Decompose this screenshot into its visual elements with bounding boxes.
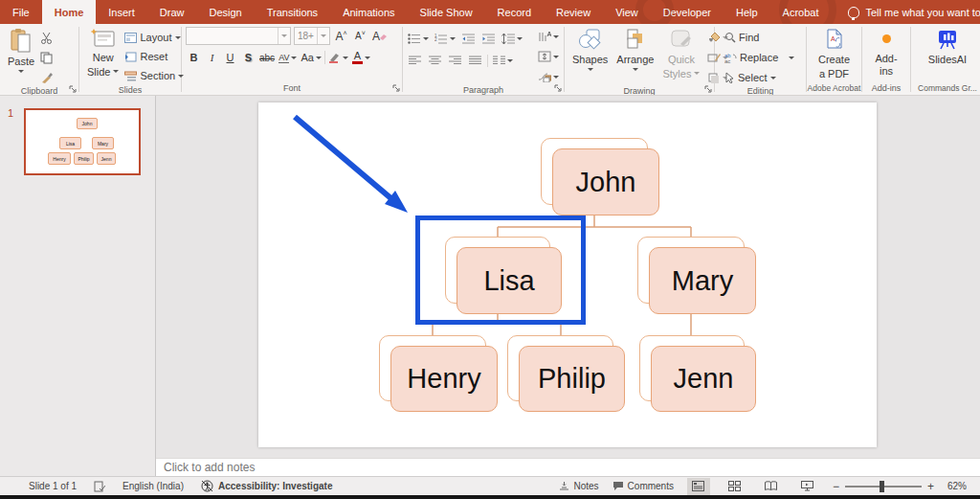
justify-button[interactable] (467, 53, 483, 70)
strikethrough-button[interactable]: abc (258, 49, 276, 66)
layout-button[interactable]: Layout (122, 29, 186, 46)
line-spacing-button[interactable] (501, 30, 523, 47)
new-slide-chevron (113, 70, 119, 73)
text-shadow-button[interactable]: S (240, 49, 256, 66)
text-direction-button[interactable] (537, 28, 560, 45)
select-button[interactable]: Select (723, 69, 778, 86)
status-bar: Slide 1 of 1 English (India) Accessibili… (0, 476, 980, 495)
spell-check-icon[interactable] (94, 481, 105, 492)
bullets-button[interactable] (407, 30, 430, 47)
reset-button[interactable]: Reset (122, 48, 186, 65)
slide-number: 1 (8, 107, 13, 119)
new-slide-button[interactable]: New Slide (83, 27, 122, 79)
tab-help[interactable]: Help (724, 0, 770, 24)
zoom-slider[interactable]: − + (833, 480, 934, 493)
character-spacing-button[interactable]: AV (278, 49, 298, 66)
clipboard-group-label: Clipboard (21, 86, 58, 96)
bold-button[interactable]: B (186, 49, 202, 66)
replace-button[interactable]: abac Replace (723, 49, 796, 66)
format-painter-button[interactable] (38, 69, 55, 86)
tab-transitions[interactable]: Transitions (255, 0, 330, 24)
slide-show-button[interactable] (796, 478, 819, 495)
font-dialog-launcher[interactable] (392, 84, 400, 92)
select-label: Select (738, 72, 768, 83)
annotation-arrow[interactable] (258, 102, 877, 447)
align-center-button[interactable] (427, 53, 443, 70)
font-size-combo[interactable]: 18+ (294, 27, 330, 45)
columns-button[interactable] (492, 53, 514, 70)
format-painter-icon (40, 72, 53, 84)
cut-button[interactable] (38, 29, 55, 46)
tab-draw[interactable]: Draw (147, 0, 197, 24)
slide-canvas[interactable]: John Lisa Mary Henry Philip Jenn (258, 102, 877, 447)
numbering-button[interactable]: 12 (434, 30, 457, 47)
section-label: Section (140, 70, 175, 81)
zoom-in-button[interactable]: + (927, 480, 934, 493)
underline-button[interactable]: U (222, 49, 238, 66)
increase-font-button[interactable]: A˄ (333, 28, 349, 45)
convert-smartart-button[interactable] (537, 68, 560, 85)
editing-group-label: Editing (747, 86, 774, 96)
addins-button[interactable]: Add-ins (866, 27, 906, 79)
font-color-button[interactable]: A (351, 49, 371, 66)
arrange-chevron (633, 68, 638, 71)
slidesai-button[interactable]: SlidesAI (924, 27, 970, 68)
normal-view-button[interactable] (687, 478, 710, 495)
change-case-button[interactable]: Aa (300, 49, 322, 66)
decrease-font-button[interactable]: A˅ (352, 28, 368, 45)
window-bottom-edge (0, 495, 980, 499)
slide-sorter-view-button[interactable] (724, 478, 746, 495)
tab-review[interactable]: Review (544, 0, 603, 24)
titlebar-decoration (635, 0, 674, 24)
section-button[interactable]: Section (122, 67, 186, 84)
font-size-value: 18+ (298, 31, 314, 41)
shapes-button[interactable]: Shapes (568, 27, 612, 73)
commands-group-label: Commands Gr... (918, 83, 977, 93)
slide-thumbnail[interactable]: John Lisa Mary Henry Philip Jenn (24, 108, 141, 175)
tell-me-search[interactable]: Tell me what you want to do (848, 0, 980, 24)
reading-view-button[interactable] (760, 478, 783, 495)
increase-indent-button[interactable] (480, 30, 497, 47)
zoom-track[interactable] (845, 486, 922, 488)
paragraph-dialog-launcher[interactable] (554, 84, 562, 92)
tab-animations[interactable]: Animations (330, 0, 407, 24)
paste-button[interactable]: Paste (4, 27, 38, 75)
create-pdf-button[interactable]: A Create a PDF (814, 27, 854, 81)
clear-formatting-button[interactable]: A (371, 28, 389, 45)
align-right-button[interactable] (447, 53, 463, 70)
replace-icon: abac (724, 52, 737, 63)
comments-toggle-label: Comments (628, 481, 674, 491)
align-left-button[interactable] (407, 53, 423, 70)
clipboard-dialog-launcher[interactable] (69, 85, 77, 93)
accessibility-icon (201, 480, 213, 492)
tab-record[interactable]: Record (485, 0, 544, 24)
tab-insert[interactable]: Insert (96, 0, 147, 24)
notes-toggle[interactable]: Notes (559, 481, 598, 491)
copy-button[interactable] (38, 49, 55, 66)
tab-design[interactable]: Design (196, 0, 254, 24)
accessibility-status[interactable]: Accessibility: Investigate (201, 480, 333, 492)
notes-pane[interactable]: Click to add notes (156, 458, 980, 476)
highlight-color-button[interactable] (327, 49, 349, 66)
ribbon: Paste Clipboard (0, 24, 980, 96)
align-text-button[interactable] (537, 48, 560, 65)
tab-slide-show[interactable]: Slide Show (408, 0, 485, 24)
language-indicator[interactable]: English (India) (122, 481, 184, 491)
tab-file[interactable]: File (0, 0, 42, 24)
comments-toggle[interactable]: Comments (612, 481, 674, 491)
find-label: Find (739, 32, 759, 43)
find-button[interactable]: Find (723, 29, 761, 46)
paste-dropdown-chevron[interactable] (18, 70, 24, 73)
drawing-dialog-launcher[interactable] (704, 85, 712, 93)
font-name-combo[interactable] (186, 27, 291, 45)
zoom-handle[interactable] (880, 481, 884, 492)
decrease-indent-button[interactable] (460, 30, 477, 47)
copy-icon (40, 52, 53, 64)
quick-styles-icon (669, 29, 694, 52)
tab-home[interactable]: Home (42, 0, 97, 24)
zoom-out-button[interactable]: − (833, 480, 839, 493)
thumb-node-philip: Philip (74, 152, 94, 165)
italic-button[interactable]: I (204, 49, 220, 66)
arrange-button[interactable]: Arrange (612, 27, 657, 73)
zoom-percentage[interactable]: 62% (947, 481, 967, 491)
